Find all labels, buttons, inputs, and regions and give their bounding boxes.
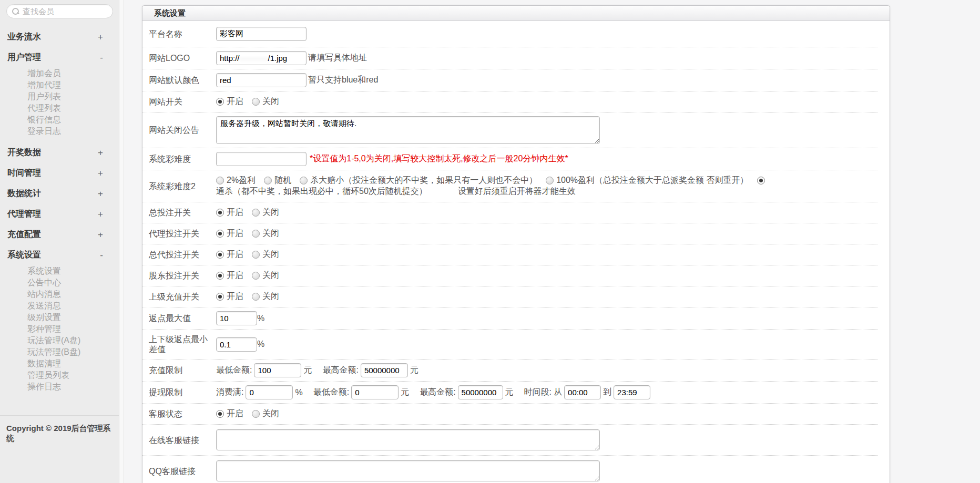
sidebar-item-add-member[interactable]: 增加会员 [0, 68, 119, 79]
sidebar-scrollbar[interactable] [119, 0, 124, 483]
difficulty2-option-radio[interactable] [546, 177, 554, 184]
field-label: 股东投注开关 [149, 271, 210, 281]
row-online-service-link: 在线客服链接 [142, 425, 878, 456]
row-rebate-min-diff: 上下级返点最小差值 % [142, 330, 878, 359]
service-status-off-radio[interactable] [252, 410, 260, 418]
sidebar-group-recharge-config[interactable]: 充值配置 + [0, 230, 119, 240]
qq-service-link-textarea[interactable] [216, 460, 600, 481]
row-parent-recharge-switch: 上级充值开关 开启 关闭 [142, 286, 878, 307]
sidebar-group-agent-management[interactable]: 代理管理 + [0, 209, 119, 219]
sidebar-group-lottery-data[interactable]: 开奖数据 + [0, 148, 119, 158]
radio-label-on[interactable]: 开启 [227, 207, 243, 218]
difficulty2-option-radio[interactable] [757, 177, 765, 184]
field-label: 网站开关 [149, 97, 210, 107]
service-status-on-radio[interactable] [216, 410, 224, 418]
radio-label-on[interactable]: 开启 [227, 96, 243, 107]
withdraw-time-to-input[interactable] [614, 385, 650, 399]
sidebar-group-user-management[interactable]: 用户管理 - [0, 53, 119, 63]
agent-bet-on-radio[interactable] [216, 230, 224, 238]
sidebar-item-site-message[interactable]: 站内消息 [0, 289, 119, 300]
close-notice-textarea[interactable]: 服务器升级，网站暂时关闭，敬请期待. [216, 116, 600, 144]
group-label: 用户管理 [7, 52, 41, 63]
system-settings-panel: 系统设置 平台名称 网站LOGO http:// ········· /1.jp… [142, 5, 890, 483]
sidebar-group-statistics[interactable]: 数据统计 + [0, 189, 119, 199]
search-input[interactable] [23, 7, 119, 16]
sidebar-item-add-agent[interactable]: 增加代理 [0, 79, 119, 91]
withdraw-min-input[interactable] [351, 385, 399, 399]
default-color-input[interactable] [216, 73, 307, 87]
color-hint: 暂只支持blue和red [308, 75, 378, 86]
parent-recharge-on-radio[interactable] [216, 293, 224, 301]
sidebar-item-bank-info[interactable]: 银行信息 [0, 114, 119, 126]
radio-label-off[interactable]: 关闭 [262, 249, 279, 260]
difficulty2-option-label[interactable]: 随机 [274, 175, 291, 186]
chief-agent-bet-off-radio[interactable] [252, 251, 260, 259]
logo-url-blurred: ········· [240, 54, 268, 63]
site-logo-input[interactable]: http:// ········· /1.jpg [216, 51, 307, 65]
sidebar-item-play-management-b[interactable]: 玩法管理(B盘) [0, 346, 119, 358]
field-label: 提现限制 [149, 387, 210, 397]
radio-label-off[interactable]: 关闭 [262, 228, 279, 239]
total-bet-off-radio[interactable] [252, 209, 260, 217]
sidebar-item-announcement-center[interactable]: 公告中心 [0, 277, 119, 289]
site-switch-on-radio[interactable] [216, 98, 224, 106]
difficulty2-option-label[interactable]: 通杀（都不中奖，如果出现必中，循环50次后随机提交） [216, 186, 427, 197]
difficulty-input[interactable] [216, 152, 307, 166]
withdraw-max-input[interactable] [458, 385, 503, 399]
radio-label-on[interactable]: 开启 [227, 270, 243, 281]
radio-label-off[interactable]: 关闭 [262, 270, 279, 281]
shareholder-bet-on-radio[interactable] [216, 272, 224, 280]
sidebar-item-login-log[interactable]: 登录日志 [0, 126, 119, 137]
parent-recharge-off-radio[interactable] [252, 293, 260, 301]
difficulty-warning: *设置值为1-5,0为关闭,填写较大控制太死,修改之后一般20分钟内生效* [310, 153, 568, 165]
sidebar-item-play-management-a[interactable]: 玩法管理(A盘) [0, 335, 119, 346]
sidebar-item-agent-list[interactable]: 代理列表 [0, 102, 119, 114]
sidebar-item-admin-list[interactable]: 管理员列表 [0, 369, 119, 381]
difficulty2-option-label[interactable]: 2%盈利 [227, 175, 256, 186]
withdraw-consume-input[interactable] [246, 385, 293, 399]
difficulty2-option-label[interactable]: 杀大赔小（投注金额大的不中奖，如果只有一人则也不会中） [310, 175, 537, 186]
sidebar-group-transactions[interactable]: 业务流水 + [0, 32, 119, 42]
online-service-link-textarea[interactable] [216, 429, 600, 450]
rebate-min-diff-unit: % [257, 340, 264, 349]
difficulty2-option-label[interactable]: 100%盈利（总投注金额大于总派奖金额 否则重开） [556, 175, 748, 186]
sidebar-nav: 业务流水 + 用户管理 - 增加会员 增加代理 用户列表 代理列表 银行信息 登… [0, 24, 119, 415]
sidebar-item-lottery-management[interactable]: 彩种管理 [0, 323, 119, 335]
sidebar-item-system-settings[interactable]: 系统设置 [0, 265, 119, 277]
radio-label-on[interactable]: 开启 [227, 291, 243, 302]
row-chief-agent-bet-switch: 总代投注开关 开启 关闭 [142, 244, 878, 265]
agent-bet-off-radio[interactable] [252, 230, 260, 238]
radio-label-off[interactable]: 关闭 [262, 207, 279, 218]
withdraw-time-from-input[interactable] [564, 385, 601, 399]
sidebar-item-operation-log[interactable]: 操作日志 [0, 381, 119, 393]
expand-icon: + [98, 168, 103, 179]
field-label: 系统彩难度2 [149, 181, 210, 191]
member-search-box[interactable] [6, 4, 113, 18]
radio-label-off[interactable]: 关闭 [262, 408, 279, 419]
radio-label-on[interactable]: 开启 [227, 228, 243, 239]
rebate-min-diff-input[interactable] [216, 337, 257, 352]
shareholder-bet-off-radio[interactable] [252, 272, 260, 280]
difficulty2-option-radio[interactable] [216, 177, 224, 184]
platform-name-input[interactable] [216, 27, 307, 41]
site-switch-off-radio[interactable] [252, 98, 260, 106]
difficulty2-option-radio[interactable] [264, 177, 272, 184]
chief-agent-bet-on-radio[interactable] [216, 251, 224, 259]
radio-label-on[interactable]: 开启 [227, 408, 243, 419]
sidebar-group-system-settings[interactable]: 系统设置 - [0, 250, 119, 260]
radio-label-on[interactable]: 开启 [227, 249, 243, 260]
difficulty2-option-radio[interactable] [300, 177, 308, 184]
recharge-min-input[interactable] [254, 363, 301, 377]
recharge-max-input[interactable] [361, 363, 408, 377]
sidebar-item-data-cleanup[interactable]: 数据清理 [0, 358, 119, 369]
sidebar-item-send-message[interactable]: 发送消息 [0, 300, 119, 312]
rebate-max-input[interactable] [216, 311, 257, 325]
difficulty2-options: 2%盈利 随机 杀大赔小（投注金额大的不中奖，如果只有一人则也不会中） 100%… [216, 175, 878, 197]
radio-label-off[interactable]: 关闭 [262, 96, 279, 107]
field-label: 在线客服链接 [149, 435, 210, 445]
sidebar-group-time-management[interactable]: 时间管理 + [0, 168, 119, 178]
sidebar-item-user-list[interactable]: 用户列表 [0, 91, 119, 102]
sidebar-item-level-settings[interactable]: 级别设置 [0, 312, 119, 323]
radio-label-off[interactable]: 关闭 [262, 291, 279, 302]
total-bet-on-radio[interactable] [216, 209, 224, 217]
